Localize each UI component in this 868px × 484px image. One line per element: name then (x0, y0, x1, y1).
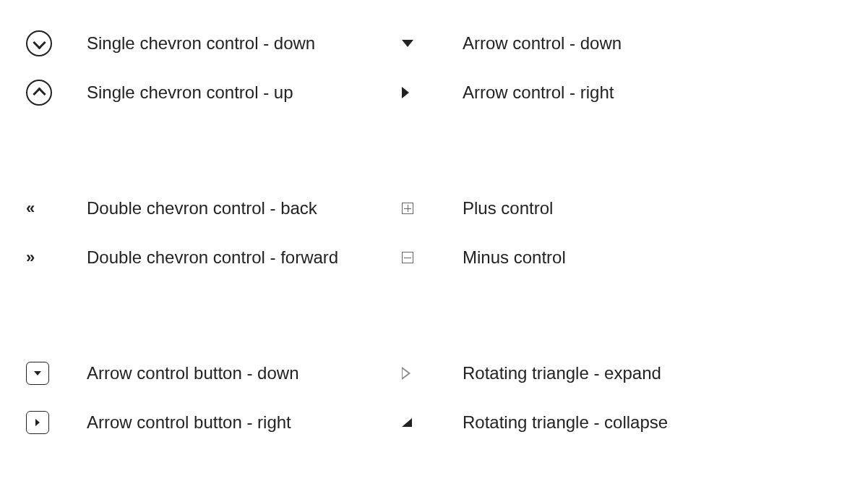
double-chevron-back-icon[interactable]: « (26, 199, 32, 218)
label-rotating-triangle-collapse: Rotating triangle - collapse (463, 412, 668, 433)
label-arrow-control-right: Arrow control - right (463, 82, 614, 103)
rotating-triangle-expand-icon[interactable] (402, 367, 411, 380)
icon-cell (398, 243, 463, 272)
arrow-button-down-icon[interactable] (26, 362, 49, 385)
row-arrow-button-down: Arrow control button - down (22, 359, 369, 388)
row-rotating-triangle-expand: Rotating triangle - expand (398, 359, 802, 388)
group-1: Single chevron control - down Single che… (22, 29, 846, 107)
group-3-right: Rotating triangle - expand Rotating tria… (398, 359, 802, 437)
label-arrow-control-down: Arrow control - down (463, 33, 622, 54)
label-double-chevron-forward: Double chevron control - forward (87, 247, 338, 268)
row-arrow-control-down: Arrow control - down (398, 29, 802, 58)
arrow-right-icon[interactable] (402, 87, 409, 98)
row-rotating-triangle-collapse: Rotating triangle - collapse (398, 408, 802, 437)
arrow-button-right-icon[interactable] (26, 411, 49, 434)
group-3-left: Arrow control button - down Arrow contro… (22, 359, 369, 437)
icon-cell (398, 29, 463, 58)
label-arrow-button-right: Arrow control button - right (87, 412, 291, 433)
icon-cell (398, 359, 463, 388)
row-double-chevron-back: « Double chevron control - back (22, 194, 369, 223)
group-3: Arrow control button - down Arrow contro… (22, 359, 846, 437)
group-2-left: « Double chevron control - back » Double… (22, 194, 369, 272)
group-2-right: Plus control Minus control (398, 194, 802, 272)
row-plus-control: Plus control (398, 194, 802, 223)
icon-cell (398, 194, 463, 223)
group-1-left: Single chevron control - down Single che… (22, 29, 369, 107)
label-rotating-triangle-expand: Rotating triangle - expand (463, 363, 661, 384)
icon-cell: « (22, 194, 87, 223)
minus-box-icon[interactable] (402, 252, 413, 263)
group-2: « Double chevron control - back » Double… (22, 194, 846, 272)
icon-cell (22, 29, 87, 58)
label-double-chevron-back: Double chevron control - back (87, 198, 317, 219)
single-chevron-up-icon[interactable] (26, 80, 52, 106)
label-single-chevron-down: Single chevron control - down (87, 33, 315, 54)
group-1-right: Arrow control - down Arrow control - rig… (398, 29, 802, 107)
stencil-reference-sheet: Single chevron control - down Single che… (0, 0, 868, 484)
single-chevron-down-icon[interactable] (26, 30, 52, 56)
icon-cell (398, 408, 463, 437)
row-minus-control: Minus control (398, 243, 802, 272)
icon-cell (22, 78, 87, 107)
label-single-chevron-up: Single chevron control - up (87, 82, 293, 103)
plus-box-icon[interactable] (402, 203, 413, 214)
label-plus-control: Plus control (463, 198, 553, 219)
row-single-chevron-up: Single chevron control - up (22, 78, 369, 107)
rotating-triangle-collapse-icon[interactable] (402, 418, 412, 427)
row-arrow-control-right: Arrow control - right (398, 78, 802, 107)
icon-cell: » (22, 243, 87, 272)
row-double-chevron-forward: » Double chevron control - forward (22, 243, 369, 272)
row-arrow-button-right: Arrow control button - right (22, 408, 369, 437)
layout-grid: Single chevron control - down Single che… (22, 29, 846, 462)
icon-cell (22, 359, 87, 388)
row-single-chevron-down: Single chevron control - down (22, 29, 369, 58)
label-minus-control: Minus control (463, 247, 566, 268)
icon-cell (398, 78, 463, 107)
label-arrow-button-down: Arrow control button - down (87, 363, 298, 384)
double-chevron-forward-icon[interactable]: » (26, 248, 32, 267)
arrow-down-icon[interactable] (402, 40, 413, 47)
icon-cell (22, 408, 87, 437)
